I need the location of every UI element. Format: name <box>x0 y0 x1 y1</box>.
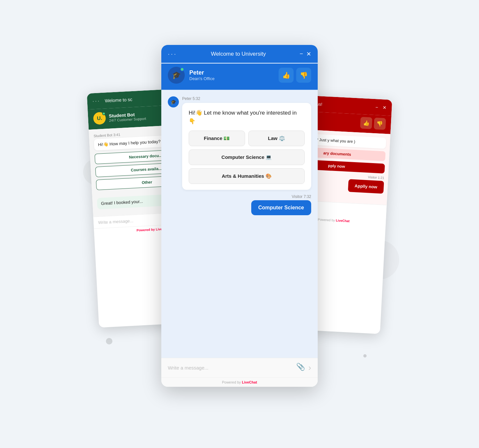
main-agent-avatar: 🎓 <box>168 67 185 84</box>
main-msg-row: 🎓 Peter 5:32 Hi!👋 Let me know what you'r… <box>168 96 311 190</box>
main-agent-info: Peter Dean's Office <box>189 69 274 81</box>
red-apply-now-btn[interactable]: Applly now <box>348 179 384 194</box>
main-online-indicator <box>180 67 184 71</box>
main-thumbup-btn[interactable]: 👍 <box>279 68 294 83</box>
main-chat-body: 🎓 Peter 5:32 Hi!👋 Let me know what you'r… <box>161 90 318 358</box>
main-chat-window: ··· Welcome to University − ✕ 🎓 Peter De… <box>161 45 318 387</box>
main-agent-bar: 🎓 Peter Dean's Office 👍 👎 <box>161 63 318 90</box>
main-msg-meta: Peter 5:32 <box>182 96 311 101</box>
option-law[interactable]: Law ⚖️ <box>248 131 305 146</box>
main-visitor-meta: Visitor 7:32 <box>251 194 311 199</box>
red-minimize-btn[interactable]: − <box>375 105 378 110</box>
main-header-dots: ··· <box>168 50 177 58</box>
red-thumbup-btn[interactable]: 👍 <box>360 117 372 129</box>
main-chat-header: ··· Welcome to University − ✕ <box>161 45 318 63</box>
main-send-icons: 📎 › <box>296 363 311 373</box>
main-thumbdown-btn[interactable]: 👎 <box>296 68 311 83</box>
red-thumbdown-btn[interactable]: 👎 <box>374 118 386 130</box>
main-msg-card: Hi!👋 Let me know what you're interested … <box>182 103 311 190</box>
main-minimize-btn[interactable]: − <box>299 50 303 58</box>
main-visitor-row: Visitor 7:32 Computer Science <box>168 194 311 215</box>
main-chat-title: Welcome to University <box>181 51 297 57</box>
main-input-bar: Write a message... 📎 › <box>161 358 318 377</box>
green-online-indicator <box>102 112 106 115</box>
green-agent-info: Student Bot 24/7 Customer Support <box>109 111 146 122</box>
main-input-placeholder: Write a message... <box>168 365 292 371</box>
option-arts[interactable]: Arts & Humanities 🎨 <box>189 168 305 184</box>
main-send-icon[interactable]: › <box>308 363 311 373</box>
red-brand: LiveChat <box>336 218 350 223</box>
main-attach-icon[interactable]: 📎 <box>296 363 305 373</box>
green-header-dots: ··· <box>92 97 100 105</box>
main-window-buttons: − ✕ <box>299 50 311 58</box>
main-agent-sub: Dean's Office <box>189 76 274 81</box>
main-close-btn[interactable]: ✕ <box>306 50 311 58</box>
main-options-grid: Finance 💵 Law ⚖️ Computer Science 💻 Arts… <box>189 131 305 184</box>
red-thumb-buttons: 👍 👎 <box>360 117 386 130</box>
main-msg-avatar: 🎓 <box>168 96 179 107</box>
green-chat-title: Welome to sc <box>105 97 132 103</box>
main-powered: Powered by LiveChat <box>161 377 318 387</box>
option-finance[interactable]: Finance 💵 <box>189 131 245 146</box>
green-agent-avatar: U. <box>93 112 106 125</box>
main-thumb-buttons: 👍 👎 <box>279 68 311 83</box>
main-brand: LiveChat <box>242 380 257 384</box>
option-cs[interactable]: Computer Science 💻 <box>189 149 305 165</box>
main-visitor-bubble: Computer Science <box>251 200 311 215</box>
main-agent-name: Peter <box>189 69 274 76</box>
main-greeting: Hi!👋 Let me know what you're interested … <box>189 109 305 125</box>
red-close-btn[interactable]: ✕ <box>383 105 387 110</box>
